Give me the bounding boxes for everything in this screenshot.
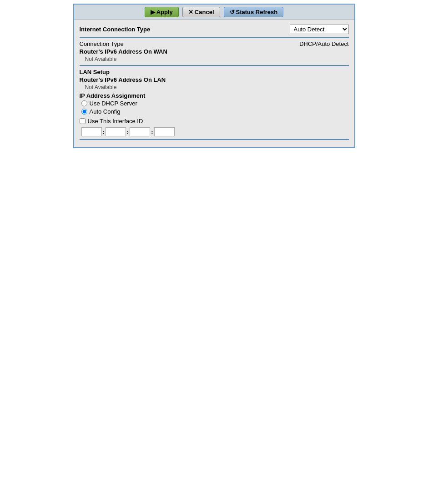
toolbar: ▶ Apply ✕ Cancel ↺ Status Refresh: [74, 5, 354, 20]
internet-connection-label: Internet Connection Type: [80, 26, 151, 33]
use-interface-id-row: Use This Interface ID: [80, 118, 349, 125]
use-interface-id-checkbox[interactable]: [80, 118, 86, 124]
iid-sep-1: :: [102, 129, 106, 135]
divider-2: [80, 65, 349, 66]
cancel-label: Cancel: [195, 9, 214, 15]
main-content: Internet Connection Type Auto Detect Sta…: [74, 20, 354, 147]
interface-id-field-1[interactable]: [81, 127, 102, 136]
iid-sep-2: :: [126, 129, 130, 135]
iid-sep-3: :: [150, 129, 154, 135]
status-refresh-button[interactable]: ↺ Status Refresh: [224, 7, 284, 17]
connection-type-row: Connection Type DHCP/Auto Detect: [80, 40, 349, 47]
router-ipv6-lan-value: Not Available: [85, 84, 349, 90]
auto-config-radio[interactable]: [81, 109, 87, 115]
auto-config-label: Auto Config: [90, 108, 121, 115]
ip-assignment-label: IP Address Assignment: [80, 92, 349, 99]
lan-setup-title: LAN Setup: [80, 69, 349, 75]
connection-type-select[interactable]: Auto Detect Static IPv6 DHCPv6 PPPoE 6to…: [290, 25, 349, 34]
refresh-icon: ↺: [230, 9, 235, 15]
apply-button[interactable]: ▶ Apply: [145, 7, 179, 17]
connection-type-value: DHCP/Auto Detect: [299, 40, 348, 47]
apply-icon: ▶: [151, 9, 155, 15]
interface-id-inputs: : : :: [81, 127, 349, 136]
main-panel: ▶ Apply ✕ Cancel ↺ Status Refresh Intern…: [73, 4, 355, 148]
lan-section: LAN Setup Router's IPv6 Address On LAN N…: [80, 69, 349, 136]
router-ipv6-wan-value: Not Available: [85, 56, 349, 62]
use-dhcp-row: Use DHCP Server: [81, 100, 349, 107]
use-dhcp-label: Use DHCP Server: [90, 100, 137, 107]
divider-1: [80, 37, 349, 38]
use-interface-id-label: Use This Interface ID: [88, 118, 143, 125]
connection-type-dropdown-wrapper: Auto Detect Static IPv6 DHCPv6 PPPoE 6to…: [290, 25, 349, 34]
interface-id-field-4[interactable]: [154, 127, 175, 136]
router-ipv6-wan-label: Router's IPv6 Address On WAN: [80, 48, 349, 55]
auto-config-row: Auto Config: [81, 108, 349, 115]
cancel-button[interactable]: ✕ Cancel: [182, 7, 220, 17]
connection-type-label: Connection Type: [80, 40, 124, 47]
interface-id-field-2[interactable]: [106, 127, 126, 136]
divider-3: [80, 139, 349, 140]
internet-connection-row: Internet Connection Type Auto Detect Sta…: [80, 25, 349, 34]
wan-section: Connection Type DHCP/Auto Detect Router'…: [80, 40, 349, 62]
refresh-label: Status Refresh: [236, 9, 278, 15]
apply-label: Apply: [156, 9, 173, 15]
use-dhcp-radio[interactable]: [81, 100, 87, 106]
cancel-icon: ✕: [188, 9, 193, 15]
router-ipv6-lan-label: Router's IPv6 Address On LAN: [80, 76, 349, 83]
interface-id-field-3[interactable]: [130, 127, 150, 136]
